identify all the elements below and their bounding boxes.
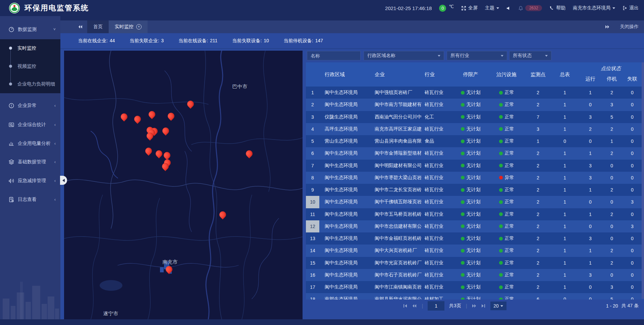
cell-region: 阆中生态环境局 [319, 269, 371, 281]
announcement-button[interactable] [506, 6, 511, 10]
cell-lost: 0 [621, 111, 644, 123]
tabs-scroll-right-button[interactable] [605, 25, 610, 29]
name-search-input[interactable] [307, 51, 361, 60]
cell-stop: 无计划 [452, 135, 489, 147]
last-page-button[interactable] [481, 304, 486, 308]
tab-close-icon[interactable]: × [136, 24, 142, 30]
cell-meters: 1 [552, 281, 578, 293]
status-dot-icon [461, 176, 465, 179]
table-row[interactable]: 14阆中生态环境局阆中大兴页岩机砖厂砖瓦行业无计划正常21120 [306, 245, 644, 257]
tab-realtime-monitor[interactable]: 实时监控 × [109, 20, 148, 33]
sidebar-item-log-view[interactable]: 日志查看 ‹ [0, 191, 60, 208]
cell-stop: 无计划 [452, 123, 489, 135]
status-text: 无计划 [467, 284, 481, 290]
help-label: 帮助 [556, 5, 566, 11]
theme-dropdown[interactable]: 主题 [485, 5, 499, 11]
cell-lost: 3 [621, 220, 644, 232]
help-button[interactable]: 帮助 [549, 5, 566, 11]
cell-facility: 正常 [489, 111, 524, 123]
sidebar-subitem-label: 视频监控 [17, 63, 36, 69]
stat-label: 当前停机设备: [284, 38, 313, 44]
sidebar-item-realtime-monitor[interactable]: 实时监控 [0, 39, 60, 57]
sidebar-item-power-analysis[interactable]: 企业用电量分析 ‹ [0, 135, 60, 152]
cell-halt: 0 [603, 196, 621, 208]
cell-n: 4 [306, 123, 319, 135]
table-row[interactable]: 1阆中生态环境局阆中强锐页岩砖厂砖瓦行业无计划正常21120 [306, 87, 644, 99]
table-row[interactable]: 17阆中生态环境局阆中市江南镇阆南页岩砖瓦行业无计划正常21030 [306, 281, 644, 293]
table-row[interactable]: 9阆中生态环境局阆中市二龙长宝页岩砖砖瓦行业无计划正常21120 [306, 184, 644, 196]
table-row[interactable]: 10阆中生态环境局阆中千佛镇五郎垭页岩砖瓦行业无计划正常21003 [306, 196, 644, 208]
cell-meters: 1 [552, 232, 578, 245]
sidebar-item-power-load-detail[interactable]: 企业电力负荷明细 [0, 75, 60, 93]
org-dropdown[interactable]: 南充市生态环境局 [573, 5, 615, 11]
cell-region: 阆中生态环境局 [319, 196, 371, 208]
cell-halt: 1 [603, 135, 621, 147]
cell-facility: 正常 [489, 269, 524, 281]
status-dot-icon [461, 140, 465, 143]
cell-n: 7 [306, 160, 319, 172]
cell-n: 5 [306, 135, 319, 147]
cell-n: 14 [306, 245, 319, 257]
status-dot-icon [461, 273, 465, 277]
cell-stop: 无计划 [452, 87, 489, 99]
table-row[interactable]: 5营山生态环境局营山县润丰肉食品有限食品无计划正常10010 [306, 135, 644, 147]
table-row[interactable]: 8阆中生态环境局阆中市枣碧大梁山页岩砖瓦行业无计划异常21300 [306, 172, 644, 184]
cell-region: 仪陇生态环境局 [319, 111, 371, 123]
cell-run: 0 [578, 281, 603, 293]
fullscreen-button[interactable]: 全屏 [461, 5, 478, 11]
tabs-scroll-left-button[interactable] [78, 20, 83, 33]
table-row[interactable]: 12阆中生态环境局阆中市忠信建材有限公砖瓦行业无计划正常21003 [306, 220, 644, 232]
stat-value: 3 [161, 38, 164, 44]
sidebar-item-company-statistics[interactable]: 企业综合统计 ‹ [0, 116, 60, 133]
table-row[interactable]: 2阆中生态环境局阆中市南方节能建材有砖瓦行业无计划正常21030 [306, 99, 644, 111]
map-roads [64, 51, 303, 319]
sidebar-item-emergency-reduction[interactable]: 应急减排管理 ‹ [0, 172, 60, 189]
region-select[interactable]: 行政区域名称 [364, 51, 444, 60]
cell-n: 12 [306, 220, 319, 232]
prev-page-button[interactable] [412, 304, 417, 308]
map[interactable]: 巴中市南充市遂宁市 [64, 51, 303, 319]
table-row[interactable]: 3仪陇生态环境局西南油气田分公司川中化工无计划正常71350 [306, 111, 644, 123]
stat-label: 当前在线设备: [178, 38, 208, 44]
sidebar-item-video-monitor[interactable]: 视频监控 [0, 57, 60, 75]
table-row[interactable]: 11阆中生态环境局阆中市五马桥页岩机砖砖瓦行业无计划正常21120 [306, 208, 644, 220]
cell-run: 0 [578, 135, 603, 147]
status-select[interactable]: 所有状态 [509, 51, 551, 60]
table-row[interactable]: 4高坪生态环境局南充市高坪区王家店建砖瓦行业无计划正常31220 [306, 123, 644, 135]
scrollbar[interactable] [642, 62, 644, 299]
cell-halt: 3 [603, 281, 621, 293]
logout-button[interactable]: 退出 [623, 5, 639, 11]
org-name: 南充市生态环境局 [573, 5, 610, 11]
status-dot-icon [461, 188, 465, 192]
status-dot-icon [461, 261, 465, 265]
page-size-select[interactable]: 20 [490, 302, 506, 310]
cell-meters: 0 [552, 135, 578, 147]
sidebar-item-label: 企业用电量分析 [18, 141, 51, 147]
table-row[interactable]: 13阆中生态环境局阆中市金福旺页岩机砖砖瓦行业无计划正常21300 [306, 232, 644, 245]
next-page-button[interactable] [472, 304, 477, 308]
cell-run: 2 [578, 123, 603, 135]
page-input[interactable] [428, 301, 444, 311]
table-row[interactable]: 15阆中生态环境局阆中市光富页岩机砖厂砖瓦行业无计划正常21120 [306, 257, 644, 269]
sidebar-item-data-monitor[interactable]: 数据监测 ˅ [0, 21, 60, 38]
cell-meters: 1 [552, 99, 578, 111]
tab-home[interactable]: 首页 [87, 20, 109, 33]
sidebar-item-base-data[interactable]: 基础数据管理 ‹ [0, 153, 60, 171]
table-row[interactable]: 6阆中生态环境局阆中市金博瑞新型墙材砖瓦行业无计划正常21120 [306, 147, 644, 159]
cell-n: 9 [306, 184, 319, 196]
table-row[interactable]: 7阆中生态环境局阆中明阳建材有限公司砖瓦行业无计划正常21300 [306, 160, 644, 172]
first-page-button[interactable] [403, 304, 408, 308]
close-operations-button[interactable]: 关闭操作 [620, 24, 639, 30]
log-document-icon [8, 197, 15, 203]
table-row[interactable]: 16阆中生态环境局阆中市石子页岩机砖厂砖瓦行业无计划正常21300 [306, 269, 644, 281]
industry-select[interactable]: 所有行业 [447, 51, 507, 60]
sidebar-item-label: 日志查看 [18, 197, 37, 203]
column-index [306, 62, 319, 87]
sidebar-item-company-anomaly[interactable]: 企业异常 ‹ [0, 97, 60, 114]
industry-select-value: 所有行业 [450, 53, 469, 59]
cell-stop: 无计划 [452, 196, 489, 208]
cell-meters: 1 [552, 184, 578, 196]
status-dot-icon [499, 91, 503, 95]
status-text: 无计划 [467, 248, 481, 254]
notifications-button[interactable]: 2632 [518, 5, 542, 11]
